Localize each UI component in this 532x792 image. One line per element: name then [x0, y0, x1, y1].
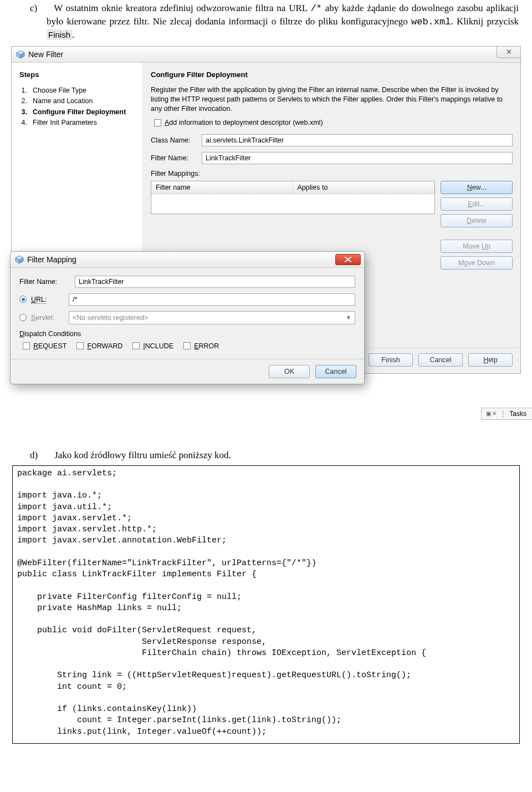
- include-checkbox[interactable]: INCLUDE: [132, 342, 173, 350]
- servlet-combo[interactable]: <No servlets registered> ▼: [69, 311, 355, 324]
- class-name-label: Class Name:: [151, 136, 196, 144]
- dispatch-conditions-label: Dispatch Conditions: [19, 330, 355, 338]
- tasks-label: Tasks: [509, 410, 526, 418]
- step-item: 4.Filter Init Parameters: [19, 118, 136, 128]
- mappings-table[interactable]: Filter name Applies to: [151, 181, 435, 214]
- edit-button[interactable]: Edit...: [441, 197, 513, 211]
- url-pattern-input[interactable]: [69, 293, 355, 306]
- finish-button[interactable]: Finish: [369, 353, 413, 367]
- request-checkbox[interactable]: REQUEST: [23, 342, 66, 350]
- move-up-button[interactable]: Move Up: [441, 240, 513, 253]
- wizard-titlebar[interactable]: New Filter ✕: [12, 47, 520, 63]
- url-radio-label: URL:: [31, 296, 64, 303]
- step-item-current: 3.Configure Filter Deployment: [19, 107, 136, 118]
- filter-name-label: Filter Name:: [151, 154, 196, 162]
- modal-filter-name-label: Filter Name:: [19, 278, 69, 286]
- step-item: 2.Name and Location: [19, 96, 136, 106]
- cube-icon: [15, 255, 24, 264]
- close-icon[interactable]: [335, 254, 361, 265]
- combo-placeholder: <No servlets registered>: [73, 314, 148, 322]
- filter-mapping-dialog: Filter Mapping Filter Name: URL: Servlet…: [10, 251, 365, 384]
- finish-highlight: Finish: [47, 29, 72, 40]
- url-radio[interactable]: [19, 296, 27, 303]
- marker-d: d): [30, 450, 38, 460]
- chevron-down-icon: ▼: [346, 314, 351, 321]
- step-item: 1.Choose File Type: [19, 85, 136, 96]
- cube-icon: [16, 50, 25, 59]
- add-info-checkbox-row[interactable]: Add information to deployment descriptor…: [154, 119, 513, 126]
- new-button[interactable]: New...: [441, 181, 513, 194]
- ok-button[interactable]: OK: [269, 365, 310, 378]
- add-info-label: Add information to deployment descriptor…: [165, 119, 323, 126]
- modal-titlebar[interactable]: Filter Mapping: [11, 252, 364, 268]
- steps-heading: Steps: [19, 70, 136, 79]
- instruction-c: c)W ostatnim oknie kreatora zdefiniuj od…: [0, 0, 532, 46]
- help-button[interactable]: Help: [468, 353, 513, 367]
- forward-checkbox[interactable]: FORWARD: [76, 342, 122, 350]
- marker-c: c): [30, 3, 37, 13]
- col-filter-name[interactable]: Filter name: [151, 181, 293, 194]
- tasks-tab[interactable]: ▣ ✕ ┊ Tasks: [481, 408, 532, 420]
- mappings-label: Filter Mappings:: [151, 170, 513, 177]
- instruction-d: d)Jako kod źródłowy filtru umieść poniżs…: [0, 445, 532, 465]
- servlet-radio-label: Servlet:: [31, 314, 64, 322]
- modal-cancel-button[interactable]: Cancel: [315, 365, 356, 378]
- wizard-title: New Filter: [28, 50, 63, 59]
- content-heading: Configure Filter Deployment: [151, 70, 513, 79]
- code-listing: package ai.servlets; import java.io.*; i…: [12, 465, 520, 744]
- class-name-input[interactable]: [202, 134, 513, 146]
- modal-title: Filter Mapping: [27, 255, 76, 264]
- delete-button[interactable]: Delete: [441, 214, 513, 227]
- cancel-button[interactable]: Cancel: [418, 353, 463, 367]
- col-applies-to[interactable]: Applies to: [293, 181, 435, 194]
- modal-filter-name-input[interactable]: [75, 276, 355, 288]
- filter-name-input[interactable]: [202, 152, 513, 164]
- collapse-icon[interactable]: ▣ ✕: [486, 410, 497, 417]
- move-down-button[interactable]: Move Down: [441, 256, 513, 270]
- error-checkbox[interactable]: ERROR: [183, 342, 219, 350]
- close-icon[interactable]: ✕: [497, 46, 521, 58]
- content-description: Register the Filter with the application…: [151, 85, 513, 114]
- servlet-radio[interactable]: [19, 314, 27, 321]
- checkbox-icon[interactable]: [154, 119, 161, 126]
